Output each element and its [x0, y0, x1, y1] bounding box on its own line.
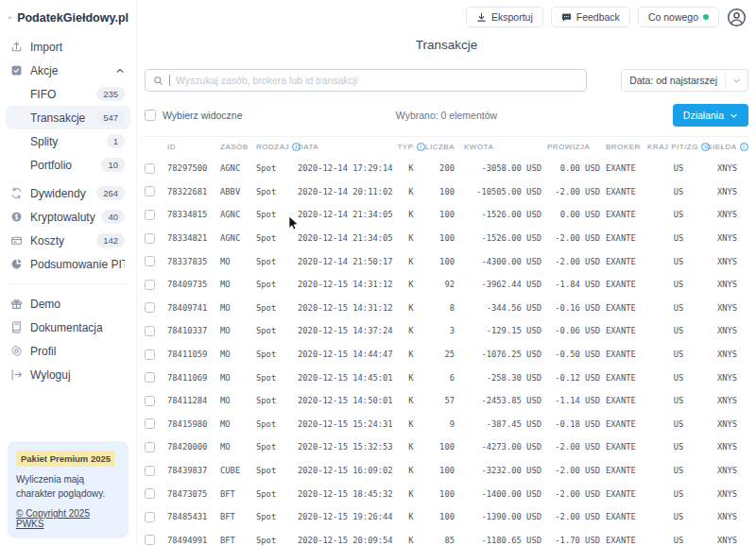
table-row[interactable]: 78337835MOSpot2020-12-14 21:50:17K100-43…	[145, 249, 748, 273]
sidebar-item-import[interactable]: Import	[6, 35, 130, 59]
cell-data: 2020-12-15 14:44:47	[298, 350, 396, 359]
cell-zasob: ABBV	[220, 187, 256, 196]
row-checkbox[interactable]	[145, 186, 155, 196]
column-header-rodzaj[interactable]: RODZAJi	[256, 143, 298, 151]
table-row[interactable]: 78409741MOSpot2020-12-15 14:31:12K8-344.…	[145, 297, 748, 320]
row-checkbox-cell	[145, 442, 167, 452]
copyright-link[interactable]: © Copyright 2025 PWKS	[16, 508, 90, 529]
export-button[interactable]: Eksportuj	[466, 7, 543, 27]
table-row[interactable]: 78334815AGNCSpot2020-12-14 21:34:05K100-…	[145, 203, 748, 227]
sidebar-item-koszty[interactable]: Koszty142	[6, 229, 130, 252]
column-header-id[interactable]: ID	[167, 143, 220, 151]
row-checkbox[interactable]	[145, 418, 155, 429]
feedback-button[interactable]: Feedback	[551, 7, 630, 27]
column-header-kwota[interactable]: KWOTA	[462, 143, 545, 151]
chevron-up-icon[interactable]	[115, 66, 125, 76]
sidebar-item-profil[interactable]: Profil	[6, 339, 130, 363]
whats-new-button[interactable]: Co nowego	[638, 7, 719, 27]
row-checkbox[interactable]	[145, 535, 155, 545]
cell-kwota: -3962.44 USD	[462, 280, 545, 289]
table-row[interactable]: 78494991BFTSpot2020-12-15 20:09:54K85-11…	[145, 529, 748, 546]
table-row[interactable]: 78420000MOSpot2020-12-15 15:32:53K100-42…	[145, 435, 748, 459]
bar-chart-logo-icon	[8, 9, 11, 26]
table-row[interactable]: 78415980MOSpot2020-12-15 15:24:31K9-387.…	[145, 413, 748, 436]
row-checkbox[interactable]	[145, 442, 155, 452]
table-row[interactable]: 78411059MOSpot2020-12-15 14:44:47K25-107…	[145, 343, 748, 367]
row-checkbox[interactable]	[145, 466, 155, 476]
cell-gielda: XNYS	[706, 466, 748, 475]
row-checkbox[interactable]	[145, 488, 155, 499]
table-row[interactable]: 78322681ABBVSpot2020-12-14 20:11:02K100-…	[145, 180, 748, 204]
select-visible-checkbox[interactable]	[145, 110, 156, 121]
sidebar-item-wyloguj[interactable]: Wyloguj	[6, 363, 130, 386]
cell-liczba: 100	[426, 512, 462, 521]
sidebar-item-dywidendy[interactable]: Dywidendy264	[6, 181, 130, 205]
table-row[interactable]: 78409735MOSpot2020-12-15 14:31:12K92-396…	[145, 273, 748, 297]
table-row[interactable]: 78410337MOSpot2020-12-15 14:37:24K3-129.…	[145, 319, 748, 343]
table-row[interactable]: 78334821AGNCSpot2020-12-14 21:34:05K100-…	[145, 227, 748, 250]
row-checkbox[interactable]	[145, 350, 155, 360]
column-header-typ[interactable]: TYPi	[396, 143, 426, 151]
row-checkbox[interactable]	[145, 396, 155, 406]
cell-prowizja: -0.18 USD	[545, 419, 604, 429]
page-title: Transakcje	[145, 38, 748, 52]
app-logo[interactable]: PodatekGiełdowy.pl	[0, 8, 136, 35]
table-row[interactable]: 78439837CUBESpot2020-12-15 16:09:02K100-…	[145, 459, 748, 483]
row-checkbox[interactable]	[145, 256, 155, 266]
cell-liczba: 6	[426, 373, 462, 383]
row-checkbox[interactable]	[145, 210, 155, 220]
cell-prowizja: -1.14 USD	[545, 396, 604, 405]
row-checkbox[interactable]	[145, 163, 155, 174]
row-checkbox[interactable]	[145, 233, 155, 244]
sidebar-item-splity[interactable]: Splity1	[6, 129, 130, 153]
table-row[interactable]: 78473075BFTSpot2020-12-15 18:45:32K100-1…	[145, 482, 748, 505]
table-row[interactable]: 78297500AGNCSpot2020-12-14 17:29:14K200-…	[145, 157, 748, 180]
cell-id: 78410337	[167, 326, 220, 335]
cell-zasob: MO	[220, 280, 256, 289]
sidebar-item-portfolio[interactable]: Portfolio10	[6, 153, 130, 177]
sidebar-item-akcje[interactable]: Akcje	[6, 59, 130, 82]
column-header-broker[interactable]: BROKER	[604, 143, 651, 151]
actions-button[interactable]: Działania	[673, 104, 748, 127]
sidebar-item-fifo[interactable]: FIFO235	[6, 82, 130, 106]
select-visible-checkbox-wrap[interactable]: Wybierz widoczne	[145, 110, 396, 121]
row-checkbox[interactable]	[145, 302, 155, 313]
cell-id: 78439837	[167, 466, 220, 475]
column-header-kraj-pit-zg[interactable]: KRAJ PIT/ZGi	[651, 143, 706, 151]
row-checkbox[interactable]	[145, 512, 155, 522]
sidebar-item-transakcje[interactable]: Transakcje547	[6, 106, 130, 129]
cell-typ: K	[396, 536, 426, 545]
info-icon[interactable]: i	[740, 143, 748, 151]
user-avatar[interactable]	[727, 8, 747, 27]
column-header-gielda[interactable]: GIEŁDAi	[706, 143, 748, 151]
cell-gielda: XNYS	[706, 257, 748, 266]
chevron-down-icon[interactable]	[726, 77, 747, 85]
cell-kwota: -3232.00 USD	[462, 466, 545, 475]
column-header-zasob[interactable]: ZASÓB	[220, 143, 256, 151]
row-checkbox[interactable]	[145, 326, 155, 336]
cell-typ: K	[396, 257, 426, 266]
sidebar-item-demo[interactable]: Demo	[6, 292, 130, 316]
cell-broker: EXANTE	[604, 419, 651, 429]
sidebar-item-dokumentacja[interactable]: Dokumentacja	[6, 316, 130, 339]
table-row[interactable]: 78411069MOSpot2020-12-15 14:45:01K6-258.…	[145, 366, 748, 389]
column-header-liczba[interactable]: LICZBA	[426, 143, 462, 151]
cell-prowizja: -0.12 USD	[545, 373, 604, 383]
table-row[interactable]: 78485431BFTSpot2020-12-15 19:26:44K100-1…	[145, 505, 748, 529]
table-row[interactable]: 78411284MOSpot2020-12-15 14:50:01K57-245…	[145, 389, 748, 413]
search-input[interactable]	[176, 75, 578, 86]
search-box[interactable]	[145, 69, 587, 92]
row-checkbox[interactable]	[145, 280, 155, 290]
column-header-prowizja[interactable]: PROWIZJA	[545, 143, 604, 151]
info-icon[interactable]: i	[417, 143, 425, 151]
sidebar-item-kryptowaluty[interactable]: Kryptowaluty40	[6, 205, 130, 229]
cell-kraj-pit-zg: US	[651, 210, 706, 219]
search-icon	[153, 76, 163, 86]
cell-data: 2020-12-14 17:29:14	[298, 163, 396, 173]
cell-typ: K	[396, 350, 426, 359]
sort-dropdown[interactable]: Data: od najstarszej	[621, 69, 748, 92]
sidebar-item-podsumowanie-pit-38[interactable]: Podsumowanie PIT-38	[6, 252, 130, 276]
dividends-icon	[9, 186, 24, 200]
column-header-data[interactable]: DATA	[298, 143, 396, 151]
row-checkbox[interactable]	[145, 372, 155, 383]
